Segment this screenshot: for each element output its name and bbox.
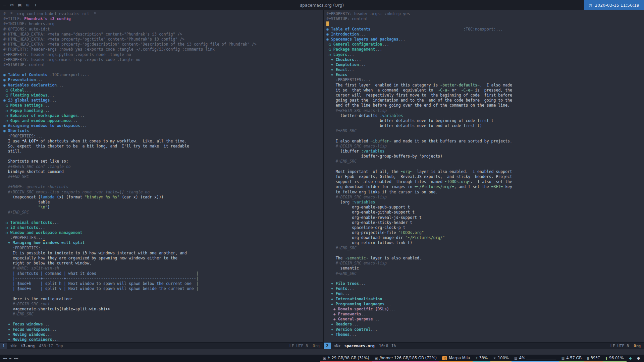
buffer-line[interactable] bbox=[326, 251, 644, 256]
buffer-line[interactable]: ∗ Fonts... bbox=[326, 286, 644, 291]
buffer-line[interactable]: I use *A LOT* of shortcuts when it comes… bbox=[3, 139, 323, 144]
buffer-line[interactable]: table bbox=[3, 200, 323, 205]
buffer-line[interactable]: #+BEGIN_SRC emacs-lisp bbox=[326, 108, 644, 113]
buffer-line[interactable]: ○ Window and workspace management bbox=[3, 230, 323, 235]
buffer-line[interactable]: #+INCLUDE: headers.org bbox=[3, 21, 323, 26]
buffer-line[interactable]: semantic bbox=[326, 266, 644, 271]
buffer-line[interactable]: (ibuffer :variables bbox=[326, 149, 644, 154]
buffer-line[interactable]: Most important of all, the ~org~ layer i… bbox=[326, 169, 644, 174]
buffer-line[interactable] bbox=[326, 276, 644, 281]
media-play-button[interactable]: ► bbox=[9, 357, 12, 360]
media-next-button[interactable]: ►► bbox=[14, 357, 18, 360]
buffer-line[interactable]: ∗ Readers... bbox=[326, 322, 644, 327]
buffer-line[interactable]: ∗ Fun... bbox=[326, 291, 644, 296]
buffer-line[interactable]: The first layer enabled in this category… bbox=[326, 83, 644, 88]
buffer-line[interactable]: #+END_SRC bbox=[3, 210, 323, 215]
buffer-line[interactable]: #+END_SRC bbox=[326, 128, 644, 133]
buffer-line[interactable] bbox=[3, 67, 323, 72]
buffer-line[interactable]: :PROPERTIES:... bbox=[3, 246, 323, 251]
buffer-line[interactable]: #+HTML_HEAD_EXTRA: <meta name="descripti… bbox=[3, 32, 323, 37]
buffer-line[interactable]: #+STARTUP: content bbox=[326, 16, 644, 21]
buffer-line[interactable]: #+END_SRC bbox=[3, 174, 323, 179]
buffer-line[interactable]: "\n") bbox=[3, 205, 323, 210]
buffer-line[interactable]: to follow org links if the cursor is on … bbox=[326, 190, 644, 195]
emacs-window-right[interactable]: #+PROPERTY: header-args: :mkdirp yes#+ST… bbox=[324, 10, 644, 349]
buffer-line[interactable]: bindsym shortcut command bbox=[3, 169, 323, 174]
buffer-line[interactable]: | $mod+h | split h | Next window to spaw… bbox=[3, 281, 323, 286]
buffer-line[interactable]: | shortcuts | command | what it does | bbox=[3, 271, 323, 276]
buffer-line[interactable]: spaceline-org-clock-p t bbox=[326, 225, 644, 230]
buffer-line[interactable]: for Epub exports, Github, Reveal.JS expo… bbox=[326, 174, 644, 179]
buffer-line[interactable]: org-download folder for images in =~/Pic… bbox=[326, 184, 644, 189]
buffer-line[interactable]: ○ Behavior of workspace changes... bbox=[3, 113, 323, 118]
buffer-line[interactable]: ◉ Shortcuts bbox=[3, 128, 323, 133]
buffer-line[interactable]: Here is the configuration: bbox=[3, 297, 323, 302]
buffer-line[interactable] bbox=[3, 154, 323, 159]
buffer-line[interactable]: #+PROPERTY: header-args: :mkdirp yes bbox=[326, 11, 644, 16]
buffer-line[interactable]: ◉ Introduction... bbox=[326, 32, 644, 37]
buffer-line[interactable]: (mapconcat (lambda (x) (format "bindsym … bbox=[3, 195, 323, 200]
buffer-line[interactable]: going past the indentation and to the en… bbox=[326, 98, 644, 103]
buffer-line[interactable]: #+END_SRC bbox=[3, 312, 323, 317]
buffer-line[interactable]: #+TITLE: Phundrak's i3 config bbox=[3, 16, 323, 21]
buffer-line[interactable]: ○ Floating windows... bbox=[3, 93, 323, 98]
echo-area[interactable] bbox=[0, 349, 644, 355]
buffer-line[interactable]: #+HTML_HEAD_EXTRA: <meta property="og:de… bbox=[3, 42, 323, 47]
buffer-line[interactable]: ◉ i3 global settings... bbox=[3, 98, 323, 103]
buffer-line[interactable]: :PROPERTIES:... bbox=[326, 77, 644, 82]
buffer-line[interactable]: ∗ Themes... bbox=[326, 332, 644, 337]
buffer-line[interactable]: org-return-follows-link t) bbox=[326, 240, 644, 245]
buffer-line[interactable]: #+END_SRC bbox=[326, 246, 644, 251]
buffer-line[interactable]: ◈ Frameworks... bbox=[326, 312, 644, 317]
media-prev-button[interactable]: ◄◄ bbox=[3, 357, 7, 360]
buffer-line[interactable]: cursor will respectively first move to t… bbox=[326, 93, 644, 98]
buffer-line[interactable]: #+STARTUP: content bbox=[3, 62, 323, 67]
workspace-icon-3[interactable]: ▤ bbox=[18, 3, 21, 7]
buffer-line[interactable]: #+BEGIN_SRC conf bbox=[3, 302, 323, 307]
buffer-line[interactable]: it so that when a command equivalent to … bbox=[326, 88, 644, 93]
buffer-line[interactable]: ○ Global... bbox=[3, 88, 323, 93]
buffer-line[interactable]: <<generate-shortcuts(table=split-win-sh)… bbox=[3, 307, 323, 312]
buffer-line[interactable]: #+END_SRC bbox=[326, 271, 644, 276]
buffer-line[interactable]: ◈ General-purpose... bbox=[326, 317, 644, 322]
buffer-line[interactable]: ◉ Table of Contents :TOC:noexport:... bbox=[3, 72, 323, 77]
buffer-line[interactable] bbox=[3, 317, 323, 322]
buffer-line[interactable]: ○ i3 shortcuts... bbox=[3, 225, 323, 230]
buffer-line[interactable]: #+BEGIN_SRC emacs-lisp bbox=[326, 144, 644, 149]
buffer-line[interactable]: ◉ Variables declaration... bbox=[3, 83, 323, 88]
buffer-line[interactable]: #+OPTIONS: auto-id:t bbox=[3, 27, 323, 32]
buffer-line[interactable]: support is also enabled through files na… bbox=[326, 179, 644, 184]
buffer-line[interactable] bbox=[326, 164, 644, 169]
buffer-line[interactable]: ∗ Email... bbox=[326, 67, 644, 72]
buffer-line[interactable]: :PROPERTIES:... bbox=[3, 134, 323, 139]
buffer-line[interactable]: ○ Mouse settings... bbox=[3, 103, 323, 108]
buffer-line[interactable]: I also enabled ~ibuffer~ and made it so … bbox=[326, 139, 644, 144]
buffer-line[interactable]: #+BEGIN_SRC conf :tangle no bbox=[3, 164, 323, 169]
buffer-line[interactable]: ○ General configuration... bbox=[326, 42, 644, 47]
buffer-line[interactable]: ∗ Moving containers... bbox=[3, 337, 323, 342]
buffer-line[interactable]: ∗ Focus workspaces... bbox=[3, 327, 323, 332]
buffer-line[interactable]: ibuffer-group-buffers-by 'projects) bbox=[326, 154, 644, 159]
buffer-line[interactable]: ○ Popup handling... bbox=[3, 108, 323, 113]
buffer-line[interactable]: org-enable-github-support t bbox=[326, 210, 644, 215]
buffer-line[interactable]: ◉ Table of Contents :TOC:noexport:... bbox=[326, 27, 644, 32]
buffer-line[interactable]: #+NAME: generate-shortcuts bbox=[3, 184, 323, 189]
buffer-line[interactable]: org-enable-reveal-js-support t bbox=[326, 215, 644, 220]
workspace-icon-5[interactable]: + bbox=[34, 3, 37, 7]
buffer-i3-org[interactable]: # -*- org-confirm-babel-evaluate: nil -*… bbox=[0, 10, 323, 342]
buffer-line[interactable]: ∗ Completion... bbox=[326, 62, 644, 67]
buffer-line[interactable]: ∗ Emacs bbox=[326, 72, 644, 77]
buffer-line[interactable]: ∗ Focus windows... bbox=[3, 322, 323, 327]
buffer-line[interactable]: ○ Package management... bbox=[326, 47, 644, 52]
buffer-line[interactable]: ∗ Internationalization... bbox=[326, 297, 644, 302]
workspace-icon-2[interactable]: ✉ bbox=[10, 3, 13, 7]
buffer-line[interactable]: (org :variables bbox=[326, 200, 644, 205]
buffer-line[interactable]: ○ Gaps and window appearance... bbox=[3, 118, 323, 123]
emacs-window-left[interactable]: # -*- org-confirm-babel-evaluate: nil -*… bbox=[0, 10, 324, 349]
buffer-line[interactable] bbox=[3, 291, 323, 296]
buffer-line[interactable]: Shortcuts are set like so: bbox=[3, 159, 323, 164]
buffer-line[interactable]: #+END_SRC bbox=[326, 159, 644, 164]
buffer-line[interactable]: ∗ File trees... bbox=[326, 281, 644, 286]
buffer-line[interactable]: ◉ Assigning windows to workspaces... bbox=[3, 123, 323, 128]
buffer-line[interactable]: ◉ Presentation... bbox=[3, 77, 323, 82]
